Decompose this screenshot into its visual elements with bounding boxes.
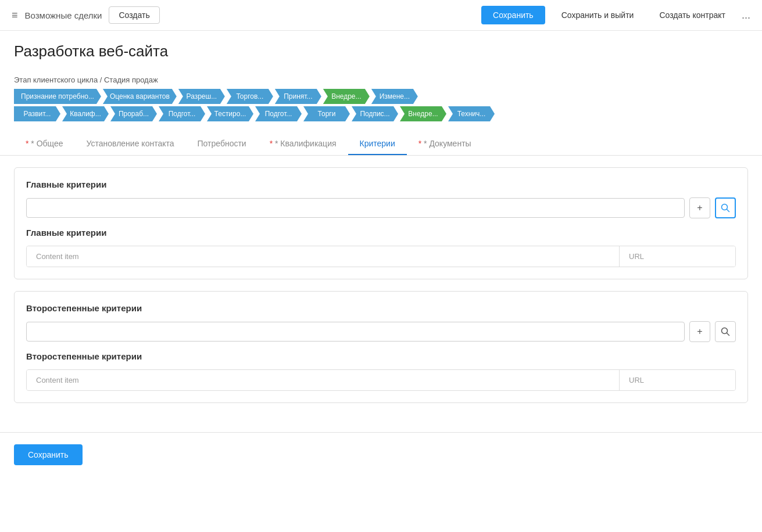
main-criteria-input[interactable] — [26, 198, 685, 218]
stage-row2-item-3[interactable]: Подгот... — [159, 106, 205, 121]
secondary-criteria-input-row: + — [26, 321, 736, 342]
bottom-bar: Сохранить — [0, 432, 762, 477]
stage-row2-item-2[interactable]: Прораб... — [110, 106, 157, 121]
tab-документы[interactable]: * Документы — [407, 133, 483, 155]
tab-потребности[interactable]: Потребности — [186, 133, 258, 155]
stage-row-1: Признание потребно...Оценка вариантовРаз… — [14, 89, 748, 104]
stage-row1-item-6[interactable]: Измене... — [371, 89, 418, 104]
save-button-top[interactable]: Сохранить — [481, 6, 545, 24]
stage-row2-item-8[interactable]: Внедре... — [400, 106, 446, 121]
main-criteria-input-row: + — [26, 197, 736, 218]
stage-row2-item-1[interactable]: Квалиф... — [62, 106, 109, 121]
stage-row-2: Развит...Квалиф...Прораб...Подгот...Тест… — [14, 106, 748, 121]
secondary-criteria-add-button[interactable]: + — [689, 321, 710, 342]
main-criteria-table-title: Главные критерии — [26, 228, 736, 238]
create-button[interactable]: Создать — [109, 6, 159, 24]
stage-row1-item-0[interactable]: Признание потребно... — [14, 89, 101, 104]
stage-row2-item-4[interactable]: Тестиро... — [207, 106, 253, 121]
main-criteria-search-button[interactable] — [715, 197, 736, 218]
create-contract-button[interactable]: Создать контракт — [650, 6, 735, 24]
main-criteria-add-button[interactable]: + — [689, 197, 710, 218]
main-criteria-title: Главные критерии — [26, 179, 736, 189]
tab-квалификация[interactable]: * Квалификация — [258, 133, 348, 155]
tab-общее[interactable]: * Общее — [14, 133, 75, 155]
hamburger-icon[interactable]: ≡ — [12, 9, 18, 21]
stage-row1-item-2[interactable]: Разреш... — [178, 89, 225, 104]
svg-line-1 — [727, 210, 729, 212]
main-criteria-url-col: URL — [619, 246, 735, 267]
svg-line-3 — [727, 333, 729, 336]
stage-row2-item-6[interactable]: Торги — [303, 106, 350, 121]
tab-установление-контакта[interactable]: Установление контакта — [75, 133, 186, 155]
stage-row1-item-3[interactable]: Торгов... — [227, 89, 273, 104]
stage-row1-item-1[interactable]: Оценка вариантов — [103, 89, 177, 104]
page-title: Разработка веб-сайта — [14, 42, 748, 60]
tab-критерии[interactable]: Критерии — [348, 133, 407, 155]
main-criteria-section: Главные критерии + Главные критерии Cont… — [14, 167, 748, 279]
secondary-criteria-section: Второстепенные критерии + Второстепенные… — [14, 291, 748, 403]
nav-title: Возможные сделки — [25, 10, 102, 20]
stage-row2-item-5[interactable]: Подгот... — [255, 106, 302, 121]
stage-row1-item-5[interactable]: Внедре... — [323, 89, 370, 104]
main-criteria-table: Content item URL — [26, 246, 736, 267]
stage-label: Этап клиентского цикла / Стадия продаж — [14, 76, 748, 84]
secondary-criteria-content-col: Content item — [27, 370, 619, 390]
main-criteria-content-col: Content item — [27, 246, 619, 267]
save-exit-button[interactable]: Сохранить и выйти — [552, 6, 643, 24]
more-options-button[interactable]: ... — [742, 9, 750, 21]
stage-row2-item-9[interactable]: Технич... — [448, 106, 495, 121]
save-button-bottom[interactable]: Сохранить — [14, 444, 83, 465]
stage-row2-item-7[interactable]: Подпис... — [352, 106, 398, 121]
secondary-criteria-table: Content item URL — [26, 369, 736, 391]
secondary-criteria-input[interactable] — [26, 322, 685, 342]
page-header: Разработка веб-сайта — [0, 31, 762, 76]
tabs: * ОбщееУстановление контактаПотребности*… — [0, 133, 762, 156]
top-nav: ≡ Возможные сделки Создать Сохранить Сох… — [0, 0, 762, 31]
search-icon — [721, 203, 730, 213]
stage-row1-item-4[interactable]: Принят... — [275, 89, 321, 104]
main-content: Главные критерии + Главные критерии Cont… — [0, 156, 762, 426]
search-icon — [721, 327, 730, 336]
stage-section: Этап клиентского цикла / Стадия продаж П… — [0, 76, 762, 133]
secondary-criteria-search-button[interactable] — [715, 321, 736, 342]
secondary-criteria-table-title: Второстепенные критерии — [26, 351, 736, 361]
secondary-criteria-url-col: URL — [619, 370, 735, 390]
secondary-criteria-title: Второстепенные критерии — [26, 303, 736, 313]
stage-row2-item-0[interactable]: Развит... — [14, 106, 60, 121]
